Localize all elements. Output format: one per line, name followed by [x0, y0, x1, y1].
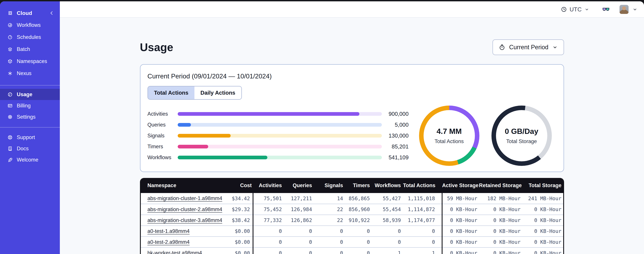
- namespace-link[interactable]: abs-migration-cluster-2.a98mm4: [148, 206, 222, 212]
- nexus-icon: [8, 71, 13, 76]
- glasses-icon[interactable]: [602, 6, 610, 13]
- cell-timers: 856,960: [344, 204, 371, 215]
- donut-label: Total Storage: [506, 138, 537, 144]
- app-window: Cloud Workflows Schedules: [0, 1, 644, 254]
- workflows-icon: [8, 22, 13, 28]
- column-header-namespace: Namespace: [141, 178, 211, 193]
- cell-activities: 77,332: [253, 215, 283, 226]
- period-selector-button[interactable]: Current Period: [492, 39, 564, 55]
- column-header-signals: Signals: [314, 178, 344, 193]
- page-title: Usage: [140, 41, 173, 54]
- schedules-icon: [8, 34, 13, 40]
- tab-total-actions[interactable]: Total Actions: [148, 86, 194, 99]
- cell-total-storage: 0 KB-Hour: [522, 204, 563, 215]
- sidebar-item-label: Nexus: [17, 70, 32, 76]
- sidebar-divider: [0, 85, 60, 86]
- namespace-link[interactable]: a0-test-2.a98mm4: [148, 239, 190, 245]
- sidebar-item-workflows[interactable]: Workflows: [0, 19, 60, 31]
- cell-retained-storage: 0 KB-Hour: [479, 248, 522, 254]
- cell-queries: 0: [283, 248, 314, 254]
- bar-label: Queries: [148, 122, 178, 128]
- namespace-link[interactable]: bk-worker-test.a98mm4: [148, 250, 202, 254]
- chevron-down-icon[interactable]: [632, 7, 638, 12]
- sidebar-item-docs[interactable]: Docs: [0, 143, 60, 154]
- cell-retained-storage: 0 KB-Hour: [479, 204, 522, 215]
- namespace-link[interactable]: a0-test-1.a98mm4: [148, 228, 190, 234]
- bar-label: Signals: [148, 133, 178, 139]
- column-header-activities: Activities: [253, 178, 283, 193]
- donut-value: 0 GB/Day: [505, 127, 538, 136]
- cell-signals: 0: [314, 226, 344, 236]
- cell-total-storage: 241 MB-Hour: [522, 193, 563, 204]
- sidebar-item-usage[interactable]: Usage: [0, 89, 60, 100]
- timezone-selector[interactable]: UTC: [561, 6, 589, 13]
- column-header-retained-storage: Retained Storage: [479, 178, 522, 193]
- bar-track: [178, 134, 382, 138]
- bar-row-signals: Signals 130,000: [148, 134, 409, 138]
- bar-value: 85,201: [382, 144, 409, 150]
- bar-track: [178, 156, 382, 159]
- cell-retained-storage: 0 KB-Hour: [479, 226, 522, 236]
- cell-queries: 0: [283, 236, 314, 248]
- cell-signals: 14: [314, 193, 344, 204]
- sidebar-item-billing[interactable]: Billing: [0, 100, 60, 111]
- bar-value: 5,000: [382, 122, 409, 128]
- tab-daily-actions[interactable]: Daily Actions: [194, 86, 241, 99]
- actions-tab-group: Total Actions Daily Actions: [148, 86, 242, 100]
- sidebar-item-batch[interactable]: Batch: [0, 43, 60, 55]
- cell-workflows: 58,939: [371, 215, 402, 226]
- temporal-logo-icon: [8, 10, 13, 16]
- brand-label: Cloud: [17, 10, 49, 16]
- table-row: a0-test-1.a98mm4 $0.00 0 0 0 0 0 0 0 KB-…: [141, 226, 563, 236]
- sidebar-item-support[interactable]: Support: [0, 132, 60, 143]
- user-avatar[interactable]: [620, 5, 628, 14]
- sidebar-item-label: Schedules: [17, 34, 41, 40]
- sidebar-item-label: Workflows: [17, 22, 40, 28]
- cell-activities: 0: [253, 236, 283, 248]
- sidebar-item-namespaces[interactable]: Namespaces: [0, 55, 60, 67]
- namespace-link[interactable]: abs-migration-cluster-1.a98mm4: [148, 195, 222, 201]
- cell-timers: 0: [344, 226, 371, 236]
- bar-fill: [178, 145, 208, 148]
- table-row: abs-migration-cluster-1.a98mm4 $34.42 75…: [141, 193, 563, 204]
- cell-signals: 0: [314, 248, 344, 254]
- cell-queries: 0: [283, 226, 314, 236]
- docs-icon: [8, 146, 13, 151]
- cell-activities: 75,501: [253, 193, 283, 204]
- bar-row-timers: Timers 85,201: [148, 145, 409, 148]
- cell-active-storage: 0 KB-Hour: [442, 236, 479, 248]
- cell-retained-storage: 182 MB-Hour: [479, 193, 522, 204]
- settings-icon: [8, 114, 13, 120]
- cell-queries: 126,984: [283, 204, 314, 215]
- cell-total-storage: 0 KB-Hour: [522, 236, 563, 248]
- sidebar-item-settings[interactable]: Settings: [0, 111, 60, 122]
- sidebar-collapse-button[interactable]: [49, 10, 54, 16]
- bar-track: [178, 145, 382, 148]
- chevron-down-icon: [584, 7, 589, 12]
- sidebar-item-label: Docs: [17, 146, 29, 152]
- cell-queries: 127,211: [283, 193, 314, 204]
- column-header-active-storage: Active Storage: [442, 178, 479, 193]
- namespaces-icon: [8, 59, 13, 64]
- topbar: UTC: [60, 1, 644, 18]
- cell-workflows: 0: [371, 226, 402, 236]
- actions-bar-chart: Activities 900,000 Queries 5,000: [148, 112, 409, 159]
- namespace-link[interactable]: abs-migration-cluster-3.a98mm4: [148, 217, 222, 223]
- sidebar-item-label: Namespaces: [17, 58, 47, 64]
- timezone-label: UTC: [570, 6, 582, 13]
- bar-fill: [178, 134, 231, 138]
- sidebar-divider: [0, 127, 60, 128]
- sidebar-item-nexus[interactable]: Nexus: [0, 67, 60, 80]
- total-storage-donut: 0 GB/Day Total Storage: [492, 106, 552, 166]
- sidebar-item-welcome[interactable]: Welcome: [0, 154, 60, 165]
- column-header-workflows: Workflows: [371, 178, 402, 193]
- bar-row-activities: Activities 900,000: [148, 112, 409, 116]
- cell-total-actions: 1,115,018: [402, 193, 442, 204]
- cell-signals: 0: [314, 236, 344, 248]
- sidebar-item-schedules[interactable]: Schedules: [0, 31, 60, 43]
- cell-total-actions: 1: [402, 248, 442, 254]
- cell-workflows: 1: [371, 248, 402, 254]
- cell-workflows: 55,454: [371, 204, 402, 215]
- cell-workflows: 55,427: [371, 193, 402, 204]
- cell-total-storage: 0 KB-Hour: [522, 215, 563, 226]
